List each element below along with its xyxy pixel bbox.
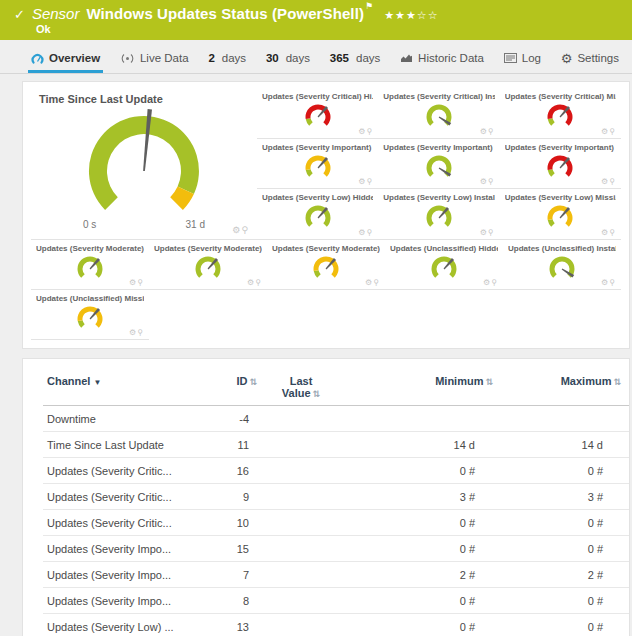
pin-icon[interactable]: ⚲ <box>488 228 495 237</box>
gauge <box>262 153 373 184</box>
gauge-panel: Updates (Severity Moderate) I...⚙⚲ <box>149 240 267 290</box>
tab-log[interactable]: Log <box>501 46 544 73</box>
gear-icon[interactable]: ⚙ <box>601 127 609 136</box>
channel-minimum: 14 d <box>341 432 505 458</box>
tab-overview[interactable]: Overview <box>28 46 103 73</box>
gear-icon[interactable]: ⚙ <box>480 228 488 237</box>
channel-name[interactable]: Updates (Severity Critic... <box>43 458 211 484</box>
flag-icon[interactable]: ⚑ <box>365 1 373 11</box>
pin-icon[interactable]: ⚲ <box>366 177 373 186</box>
gauge-title: Updates (Severity Important) ... <box>262 143 373 152</box>
channel-name[interactable]: Updates (Severity Low) ... <box>43 614 211 636</box>
gauge <box>505 153 616 184</box>
gauge <box>383 153 494 184</box>
channel-table: Channel▼ ID⇅ LastValue⇅ Minimum⇅ Maximum… <box>43 371 630 636</box>
pin-icon[interactable]: ⚲ <box>373 278 380 287</box>
gear-icon[interactable]: ⚙ <box>483 278 491 287</box>
pin-icon[interactable]: ⚲ <box>609 228 616 237</box>
tab-label: days <box>356 52 380 64</box>
gear-icon[interactable]: ⚙ <box>247 278 255 287</box>
pin-icon[interactable]: ⚲ <box>137 328 144 337</box>
table-row: Downtime-4 <box>43 406 630 432</box>
tab-2-days[interactable]: 2days <box>205 46 249 73</box>
tab-365-days[interactable]: 365days <box>327 46 383 73</box>
channel-name[interactable]: Updates (Severity Impo... <box>43 588 211 614</box>
gear-icon[interactable]: ⚙ <box>601 177 609 186</box>
overview-gauges-card: Time Since Last Update 0 s 31 d ⚙⚲ Updat… <box>22 81 630 349</box>
col-header-minimum[interactable]: Minimum⇅ <box>341 371 505 406</box>
gauge <box>36 304 144 335</box>
gear-icon[interactable]: ⚙ <box>480 177 488 186</box>
pin-icon[interactable]: ⚲ <box>366 228 373 237</box>
col-header-maximum[interactable]: Maximum⇅ <box>505 371 627 406</box>
table-row: Updates (Severity Low) ...130 #0 # <box>43 614 630 636</box>
channel-id: 9 <box>211 484 261 510</box>
tab-settings[interactable]: ⚙Settings <box>558 46 622 73</box>
tab-label: Settings <box>577 52 619 64</box>
table-row: Updates (Severity Critic...100 #0 # <box>43 510 630 536</box>
pin-icon[interactable]: ⚲ <box>609 177 616 186</box>
channel-name[interactable]: Updates (Severity Impo... <box>43 536 211 562</box>
channel-name[interactable]: Downtime <box>43 406 211 432</box>
channel-name[interactable]: Updates (Severity Impo... <box>43 562 211 588</box>
pin-icon[interactable]: ⚲ <box>241 225 249 235</box>
channel-last-value <box>261 614 341 636</box>
gear-icon[interactable]: ⚙ <box>365 278 373 287</box>
channel-last-value <box>261 406 341 432</box>
severity-gauges-grid: Updates (Severity Critical) Hi...⚙⚲Updat… <box>257 88 621 240</box>
channel-last-value <box>261 484 341 510</box>
priority-stars[interactable]: ★★★☆☆ <box>384 9 438 22</box>
gauge-title: Updates (Unclassified) Missing <box>36 294 144 303</box>
log-icon <box>504 53 517 63</box>
channel-name[interactable]: Updates (Severity Critic... <box>43 510 211 536</box>
status-ok-icon: ✓ <box>14 7 25 22</box>
pin-icon[interactable]: ⚲ <box>488 177 495 186</box>
gauge-panel: Updates (Unclassified) Install...⚙⚲ <box>503 240 621 290</box>
pin-icon[interactable]: ⚲ <box>609 278 616 287</box>
gear-icon[interactable]: ⚙ <box>601 278 609 287</box>
channel-name[interactable]: Updates (Severity Critic... <box>43 484 211 510</box>
pin-icon[interactable]: ⚲ <box>488 127 495 136</box>
gauge-max-label: 31 d <box>186 219 205 230</box>
gear-icon[interactable]: ⚙ <box>480 127 488 136</box>
pin-icon[interactable]: ⚲ <box>609 127 616 136</box>
gear-icon[interactable]: ⚙ <box>129 278 137 287</box>
pin-icon[interactable]: ⚲ <box>491 278 498 287</box>
gauge <box>383 102 494 133</box>
gauge-panel: Updates (Severity Critical) Ins...⚙⚲ <box>378 88 499 139</box>
tab-label: Live Data <box>140 52 189 64</box>
channel-minimum: 0 # <box>341 458 505 484</box>
gauge-panel: Updates (Severity Critical) Hi...⚙⚲ <box>257 88 378 139</box>
tab-live-data[interactable]: Live Data <box>117 46 192 73</box>
channel-last-value <box>261 432 341 458</box>
channel-id: 15 <box>211 536 261 562</box>
main-gauge-title: Time Since Last Update <box>39 93 249 105</box>
col-header-edit <box>627 371 630 406</box>
channel-maximum: 0 # <box>505 588 627 614</box>
channel-minimum: 2 # <box>341 562 505 588</box>
gauge-title: Updates (Severity Critical) Mi... <box>505 92 616 101</box>
gauge-title: Updates (Severity Low) Install... <box>383 193 494 202</box>
channel-maximum: 2 # <box>505 562 627 588</box>
pin-icon[interactable]: ⚲ <box>255 278 262 287</box>
col-header-id[interactable]: ID⇅ <box>211 371 261 406</box>
channel-table-card: Channel▼ ID⇅ LastValue⇅ Minimum⇅ Maximum… <box>22 358 630 636</box>
tab-30-days[interactable]: 30days <box>263 46 313 73</box>
gauge-title: Updates (Severity Moderate) ... <box>272 244 380 253</box>
tab-historic-data[interactable]: Historic Data <box>397 46 487 73</box>
channel-id: 10 <box>211 510 261 536</box>
channel-name[interactable]: Time Since Last Update <box>43 432 211 458</box>
col-header-last-value[interactable]: LastValue⇅ <box>261 371 341 406</box>
gauge-panel: Updates (Severity Low) Install...⚙⚲ <box>378 189 499 240</box>
channel-id: 7 <box>211 562 261 588</box>
gauge-panel: Updates (Unclassified) Missing⚙⚲ <box>31 290 149 340</box>
gear-icon[interactable]: ⚙ <box>601 228 609 237</box>
channel-id: 16 <box>211 458 261 484</box>
gear-icon[interactable]: ⚙ <box>129 328 137 337</box>
col-header-channel[interactable]: Channel▼ <box>43 371 211 406</box>
channel-minimum: 0 # <box>341 614 505 636</box>
pin-icon[interactable]: ⚲ <box>137 278 144 287</box>
gauge-title: Updates (Severity Critical) Hi... <box>262 92 373 101</box>
object-kind-label: Sensor <box>32 5 80 22</box>
pin-icon[interactable]: ⚲ <box>366 127 373 136</box>
